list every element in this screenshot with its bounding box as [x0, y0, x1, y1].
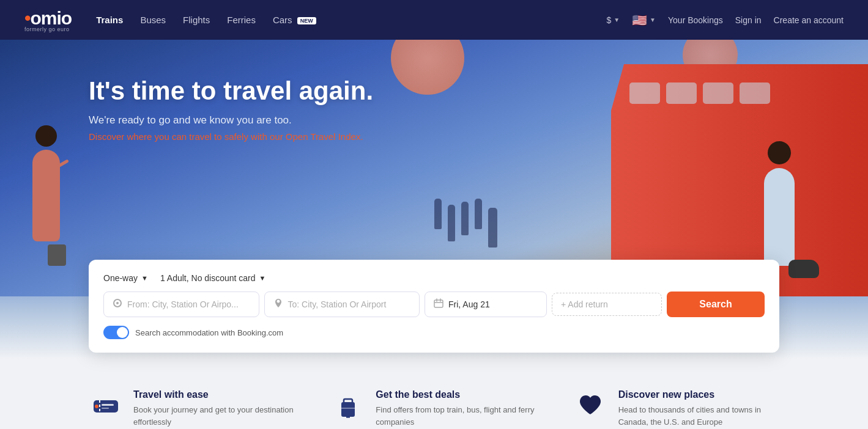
calendar-icon: [434, 298, 443, 310]
location-from-icon: [113, 298, 122, 310]
svg-point-4: [95, 405, 98, 408]
search-fields-row: From: City, Station Or Airpo... To: City…: [103, 292, 765, 317]
your-bookings-link[interactable]: Your Bookings: [668, 15, 723, 25]
return-placeholder: + Add return: [561, 299, 608, 309]
hero-content: It's time to travel again. We're ready t…: [0, 40, 868, 142]
hero-figure-left: [18, 125, 73, 260]
to-placeholder: To: City, Station Or Airport: [288, 299, 387, 309]
logo-subtitle: formerly go euro: [24, 26, 70, 32]
toggle-knob: [117, 327, 128, 338]
chevron-down-icon: ▼: [650, 16, 656, 23]
trip-type-selector[interactable]: One-way ▼: [103, 273, 148, 283]
nav-trains[interactable]: Trains: [96, 12, 123, 28]
search-button[interactable]: Search: [667, 292, 765, 317]
search-options-row: One-way ▼ 1 Adult, No discount card ▼: [103, 273, 765, 283]
figure-dog: [788, 260, 819, 278]
chevron-down-icon: ▼: [259, 274, 266, 282]
feature-deals-title: Get the best deals: [376, 389, 536, 400]
figure-head: [768, 141, 791, 164]
hero-subtitle: We're ready to go and we know you are to…: [89, 114, 868, 127]
svg-rect-10: [348, 416, 350, 418]
ticket-icon: [89, 389, 122, 423]
nav-right: $ ▼ 🇺🇸 ▼ Your Bookings Sign in Create an…: [606, 13, 844, 28]
from-placeholder: From: City, Station Or Airpo...: [127, 299, 239, 309]
currency-selector[interactable]: $ ▼: [606, 15, 620, 25]
feature-places-text: Discover new places Head to thousands of…: [618, 389, 779, 428]
feature-deals: Get the best deals Find offers from top …: [331, 389, 536, 428]
feature-ease-text: Travel with ease Book your journey and g…: [133, 389, 294, 428]
svg-rect-5: [102, 404, 114, 406]
svg-rect-2: [434, 300, 443, 307]
hero-cta-link[interactable]: Discover where you can travel to safely …: [89, 131, 363, 142]
nav-buses[interactable]: Buses: [140, 12, 166, 28]
create-account-link[interactable]: Create an account: [774, 15, 844, 25]
svg-rect-7: [341, 402, 355, 417]
date-field[interactable]: Fri, Aug 21: [425, 292, 547, 317]
feature-ease-title: Travel with ease: [133, 389, 294, 400]
new-badge: NEW: [297, 17, 316, 24]
heart-icon: [574, 389, 607, 423]
search-box: One-way ▼ 1 Adult, No discount card ▼ Fr…: [89, 260, 779, 353]
nav-links: Trains Buses Flights Ferries Cars NEW: [96, 12, 606, 28]
accommodation-label: Search accommodation with Booking.com: [135, 328, 283, 337]
flag-icon: 🇺🇸: [632, 13, 647, 28]
main-nav: •omio formerly go euro Trains Buses Flig…: [0, 0, 868, 40]
logo-text: •omio: [24, 8, 72, 29]
svg-rect-6: [102, 408, 109, 409]
accommodation-row: Search accommodation with Booking.com: [103, 326, 765, 339]
svg-point-1: [116, 302, 119, 304]
chevron-down-icon: ▼: [614, 16, 620, 23]
logo[interactable]: •omio formerly go euro: [24, 8, 72, 32]
language-selector[interactable]: 🇺🇸 ▼: [632, 13, 656, 28]
feature-ease-desc: Book your journey and get to your destin…: [133, 404, 294, 428]
feature-places: Discover new places Head to thousands of…: [574, 389, 779, 428]
features-section: Travel with ease Book your journey and g…: [0, 359, 868, 429]
passengers-selector[interactable]: 1 Adult, No discount card ▼: [160, 273, 266, 283]
feature-ease: Travel with ease Book your journey and g…: [89, 389, 294, 428]
nav-flights[interactable]: Flights: [183, 12, 210, 28]
svg-rect-8: [344, 399, 352, 403]
hero-figure-right: [764, 141, 795, 266]
from-field[interactable]: From: City, Station Or Airpo...: [103, 292, 259, 317]
crowd-silhouettes: [434, 199, 497, 248]
svg-rect-9: [346, 416, 348, 418]
feature-places-title: Discover new places: [618, 389, 779, 400]
feature-deals-text: Get the best deals Find offers from top …: [376, 389, 536, 428]
nav-ferries[interactable]: Ferries: [227, 12, 256, 28]
feature-places-desc: Head to thousands of cities and towns in…: [618, 404, 779, 428]
figure-arm: [57, 159, 69, 167]
to-field[interactable]: To: City, Station Or Airport: [264, 292, 420, 317]
location-to-icon: [273, 298, 283, 310]
feature-deals-desc: Find offers from top train, bus, flight …: [376, 404, 536, 428]
hero-title: It's time to travel again.: [89, 76, 868, 106]
figure-head: [35, 125, 57, 147]
figure-luggage: [48, 244, 66, 266]
hero-section: It's time to travel again. We're ready t…: [0, 40, 868, 296]
nav-cars[interactable]: Cars NEW: [273, 12, 316, 28]
chevron-down-icon: ▼: [141, 274, 148, 282]
figure-body: [32, 150, 60, 241]
figure-body: [764, 168, 795, 266]
date-value: Fri, Aug 21: [448, 299, 490, 309]
luggage-icon: [331, 389, 365, 423]
return-field[interactable]: + Add return: [552, 293, 662, 316]
sign-in-link[interactable]: Sign in: [735, 15, 762, 25]
accommodation-toggle[interactable]: [103, 326, 129, 339]
